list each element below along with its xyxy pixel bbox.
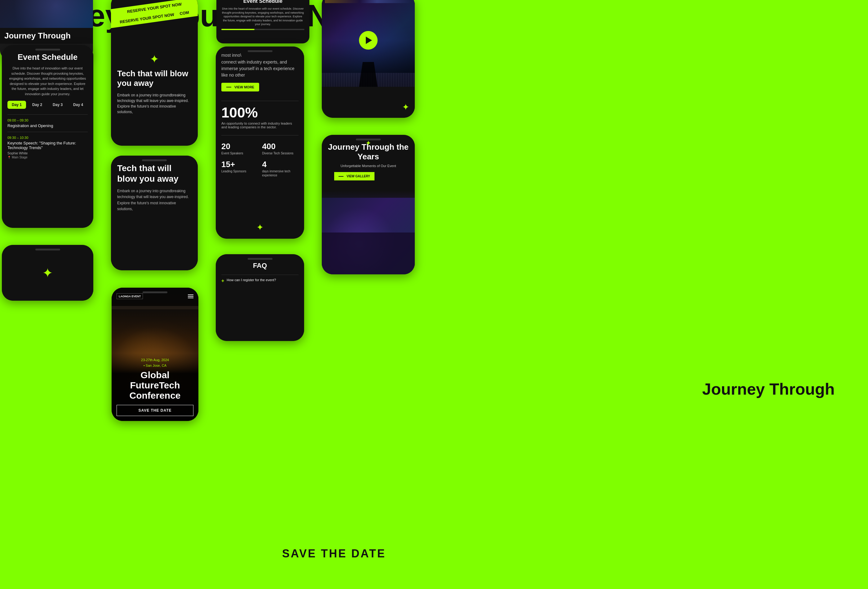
divider-2 [221, 135, 298, 136]
conference-title: Global FutureTech Conference [117, 370, 193, 400]
phone-event-schedule-small: Event Schedule Dive into the heart of in… [216, 0, 309, 43]
tech-blowaway-body: Embark on a journey into groundbreaking … [117, 92, 192, 115]
phone-reserve-spot: RESERVE YOUR SPOT NOW RESERVE YOUR SPOT … [111, 0, 198, 146]
event-schedule-body-small: Dive into the heart of innovation with o… [221, 7, 304, 27]
view-more-label: VIEW MORE [234, 85, 254, 89]
tech-blowaway-heading: Tech that will blow you away [117, 69, 192, 88]
event-schedule-title-small: Event Schedule [221, 0, 304, 4]
journey-subtitle: Unforgettable Moments of Our Event [328, 164, 409, 168]
conference-nav: LAONGA EVENT [117, 293, 193, 299]
conference-date: 23-27th Aug, 2024 [117, 358, 193, 362]
day-tab-2[interactable]: Day 2 [28, 101, 46, 109]
phone-tech-blowaway: Tech that will blow you away Embark on a… [111, 156, 198, 270]
faq-title: FAQ [221, 262, 298, 270]
event-schedule-title: Event Schedule [7, 52, 88, 62]
event-schedule-description: Dive into the heart of innovation with o… [7, 66, 88, 96]
stat-num-speakers: 20 [221, 142, 258, 151]
phone-event-schedule-full: Event Schedule Dive into the heart of in… [2, 45, 93, 228]
journey-through-caption: Journey Through [0, 28, 93, 44]
conference-location: • San Jose, CA [117, 364, 193, 368]
conference-content: 23-27th Aug, 2024 • San Jose, CA Global … [112, 353, 198, 421]
journey-phone-star-top: ✦ [366, 139, 371, 147]
video-thumbnail [322, 0, 415, 87]
save-date-button[interactable]: SAVE THE DATE [117, 405, 193, 416]
phone-faq: FAQ + How can I register for the event? [216, 254, 304, 341]
stat-label-sponsors: Leading Sponsors [221, 169, 258, 173]
play-button[interactable] [359, 31, 378, 50]
play-triangle-icon [366, 37, 372, 44]
dash-icon [226, 87, 231, 87]
stat-num-sessions: 400 [262, 142, 299, 151]
phone-conference: LAONGA EVENT 23-27th Aug, 2024 • San Jos… [112, 288, 198, 421]
schedule-time-1: 09:00 – 09:30 [7, 118, 88, 122]
divider-1 [221, 101, 298, 101]
day-tab-4[interactable]: Day 4 [69, 101, 87, 109]
schedule-time-2: 09:30 – 10:30 [7, 136, 88, 140]
day-tab-1[interactable]: Day 1 [7, 101, 26, 109]
hamburger-line-2 [188, 296, 193, 297]
schedule-title-1: Registration and Opening [7, 123, 88, 128]
hamburger-line-3 [188, 298, 193, 298]
schedule-title-2: Keynote Speech: "Shaping the Future: Tec… [7, 141, 88, 150]
star-icon-phone2: ✦ [117, 53, 192, 66]
faq-item-1: + How can I register for the event? [221, 275, 298, 287]
most-inno-text: most inno\ [221, 53, 298, 58]
day-tabs-container: Day 1 Day 2 Day 3 Day 4 [7, 101, 88, 109]
star-icon-bottom-left: ✦ [42, 265, 53, 280]
faq-question-1: How can I register for the event? [227, 278, 276, 282]
stat-label-days: days immersive tech experience [262, 169, 299, 177]
stat-num-sponsors: 15+ [221, 159, 258, 169]
schedule-item-1: 09:00 – 09:30 Registration and Opening [7, 114, 88, 132]
schedule-item-2: 09:30 – 10:30 Keynote Speech: "Shaping t… [7, 132, 88, 163]
stats-grid: 20 Event Speakers 400 Diverse Tech Sessi… [221, 142, 298, 177]
connect-text: connect with industry experts, and immer… [221, 59, 298, 78]
video-phone-star: ✦ [402, 102, 409, 112]
stat-item-sessions: 400 Diverse Tech Sessions [262, 142, 299, 155]
tech-blowaway-body-2: Embark on a journey into groundbreaking … [117, 188, 192, 212]
phone-stats: most inno\ connect with industry experts… [216, 46, 304, 239]
view-more-button[interactable]: VIEW MORE [221, 83, 259, 92]
floating-save-date: SAVE THE DATE [282, 547, 386, 560]
big-stat-number: 100% [221, 104, 298, 121]
day-tab-3[interactable]: Day 3 [48, 101, 67, 109]
star-icon-stats: ✦ [256, 223, 264, 232]
big-stat-desc: An opportunity to connect with industry … [221, 121, 298, 129]
progress-bar [221, 29, 304, 30]
stat-num-days: 4 [262, 159, 299, 169]
gallery-dash-icon [338, 176, 344, 177]
schedule-location-2: 📍Main Stage [7, 156, 88, 159]
stat-label-sessions: Diverse Tech Sessions [262, 151, 299, 155]
tech-blowaway-heading-2: Tech that will blow you away [117, 163, 192, 184]
stat-item-days: 4 days immersive tech experience [262, 159, 299, 177]
view-gallery-label: VIEW GALLERY [347, 174, 370, 178]
view-gallery-button[interactable]: VIEW GALLERY [334, 172, 375, 180]
faq-expand-icon[interactable]: + [221, 278, 224, 283]
stat-label-speakers: Event Speakers [221, 151, 258, 155]
stats-phone-star: ✦ [221, 218, 298, 232]
hamburger-line-1 [188, 294, 193, 295]
progress-fill [221, 29, 254, 30]
schedule-speaker-2: Sophie White [7, 151, 88, 155]
logo-text: LAONGA EVENT [119, 295, 141, 298]
conference-logo: LAONGA EVENT [117, 293, 143, 299]
hamburger-menu-icon[interactable] [188, 294, 193, 298]
stat-item-sponsors: 15+ Leading Sponsors [221, 159, 258, 177]
phone-video: ✦ [322, 0, 415, 118]
journey-through-years-text: Journey Through [702, 380, 835, 399]
location-icon: 📍 [7, 156, 11, 159]
conference-header: LAONGA EVENT [112, 288, 198, 306]
phone-star-card: ✦ [2, 245, 93, 301]
phone-journey-years: ✦ Journey Through the Years Unforgettabl… [322, 135, 415, 275]
stat-item-speakers: 20 Event Speakers [221, 142, 258, 155]
